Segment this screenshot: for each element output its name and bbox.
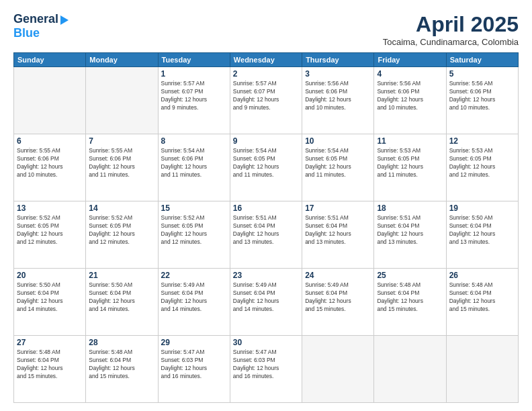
day-info: Sunrise: 5:48 AMSunset: 6:04 PMDaylight:… xyxy=(377,281,443,314)
day-info: Sunrise: 5:55 AMSunset: 6:06 PMDaylight:… xyxy=(17,147,83,179)
day-number: 27 xyxy=(17,338,83,347)
calendar-cell: 26Sunrise: 5:48 AMSunset: 6:04 PMDayligh… xyxy=(446,269,518,336)
day-number: 22 xyxy=(161,271,227,280)
calendar-cell: 10Sunrise: 5:54 AMSunset: 6:05 PMDayligh… xyxy=(302,134,374,201)
calendar-table: Sunday Monday Tuesday Wednesday Thursday… xyxy=(13,52,519,403)
col-sunday: Sunday xyxy=(14,53,86,67)
day-info: Sunrise: 5:54 AMSunset: 6:06 PMDaylight:… xyxy=(161,147,227,179)
day-info: Sunrise: 5:52 AMSunset: 6:05 PMDaylight:… xyxy=(17,214,83,246)
header: General Blue April 2025 Tocaima, Cundina… xyxy=(13,12,519,47)
calendar-cell: 21Sunrise: 5:50 AMSunset: 6:04 PMDayligh… xyxy=(86,269,158,336)
calendar-cell: 14Sunrise: 5:52 AMSunset: 6:05 PMDayligh… xyxy=(86,201,158,269)
logo-blue-text: Blue xyxy=(13,26,40,40)
calendar-cell: 15Sunrise: 5:52 AMSunset: 6:05 PMDayligh… xyxy=(158,201,230,269)
day-info: Sunrise: 5:53 AMSunset: 6:05 PMDaylight:… xyxy=(377,147,443,179)
day-info: Sunrise: 5:49 AMSunset: 6:04 PMDaylight:… xyxy=(305,281,371,314)
day-info: Sunrise: 5:56 AMSunset: 6:06 PMDaylight:… xyxy=(305,80,371,112)
col-monday: Monday xyxy=(86,53,158,67)
calendar-week-row: 13Sunrise: 5:52 AMSunset: 6:05 PMDayligh… xyxy=(14,201,519,269)
day-info: Sunrise: 5:57 AMSunset: 6:07 PMDaylight:… xyxy=(161,80,227,112)
day-number: 23 xyxy=(233,271,299,280)
day-number: 3 xyxy=(305,69,371,79)
day-number: 19 xyxy=(449,203,515,213)
day-info: Sunrise: 5:47 AMSunset: 6:03 PMDaylight:… xyxy=(233,349,299,381)
day-info: Sunrise: 5:51 AMSunset: 6:04 PMDaylight:… xyxy=(305,214,371,246)
day-number: 20 xyxy=(17,271,83,280)
calendar-cell: 13Sunrise: 5:52 AMSunset: 6:05 PMDayligh… xyxy=(14,201,86,269)
calendar-cell: 30Sunrise: 5:47 AMSunset: 6:03 PMDayligh… xyxy=(230,336,302,403)
day-number: 17 xyxy=(305,203,371,213)
day-number: 5 xyxy=(449,69,515,79)
day-number: 12 xyxy=(449,136,515,146)
month-title: April 2025 xyxy=(383,12,519,37)
location: Tocaima, Cundinamarca, Colombia xyxy=(383,37,519,47)
day-info: Sunrise: 5:50 AMSunset: 6:04 PMDaylight:… xyxy=(17,281,83,314)
day-number: 4 xyxy=(377,69,443,79)
col-wednesday: Wednesday xyxy=(230,53,302,67)
calendar-cell: 24Sunrise: 5:49 AMSunset: 6:04 PMDayligh… xyxy=(302,269,374,336)
calendar-cell xyxy=(374,336,446,403)
calendar-cell: 3Sunrise: 5:56 AMSunset: 6:06 PMDaylight… xyxy=(302,67,374,134)
calendar-cell: 23Sunrise: 5:49 AMSunset: 6:04 PMDayligh… xyxy=(230,269,302,336)
calendar-week-row: 1Sunrise: 5:57 AMSunset: 6:07 PMDaylight… xyxy=(14,67,519,134)
day-info: Sunrise: 5:53 AMSunset: 6:05 PMDaylight:… xyxy=(449,147,515,179)
day-info: Sunrise: 5:48 AMSunset: 6:04 PMDaylight:… xyxy=(449,281,515,314)
col-saturday: Saturday xyxy=(446,53,518,67)
day-info: Sunrise: 5:48 AMSunset: 6:04 PMDaylight:… xyxy=(89,349,154,381)
day-number: 2 xyxy=(233,69,299,79)
day-info: Sunrise: 5:54 AMSunset: 6:05 PMDaylight:… xyxy=(233,147,299,179)
calendar-cell: 2Sunrise: 5:57 AMSunset: 6:07 PMDaylight… xyxy=(230,67,302,134)
calendar-cell: 4Sunrise: 5:56 AMSunset: 6:06 PMDaylight… xyxy=(374,67,446,134)
day-info: Sunrise: 5:56 AMSunset: 6:06 PMDaylight:… xyxy=(377,80,443,112)
day-number: 15 xyxy=(161,203,227,213)
calendar-cell: 7Sunrise: 5:55 AMSunset: 6:06 PMDaylight… xyxy=(86,134,158,201)
day-info: Sunrise: 5:50 AMSunset: 6:04 PMDaylight:… xyxy=(89,281,154,314)
day-number: 16 xyxy=(233,203,299,213)
day-info: Sunrise: 5:52 AMSunset: 6:05 PMDaylight:… xyxy=(89,214,154,246)
col-friday: Friday xyxy=(374,53,446,67)
day-number: 1 xyxy=(161,69,227,79)
calendar-cell: 29Sunrise: 5:47 AMSunset: 6:03 PMDayligh… xyxy=(158,336,230,403)
calendar-week-row: 27Sunrise: 5:48 AMSunset: 6:04 PMDayligh… xyxy=(14,336,519,403)
day-number: 8 xyxy=(161,136,227,146)
day-info: Sunrise: 5:47 AMSunset: 6:03 PMDaylight:… xyxy=(161,349,227,381)
calendar-cell: 8Sunrise: 5:54 AMSunset: 6:06 PMDaylight… xyxy=(158,134,230,201)
day-info: Sunrise: 5:49 AMSunset: 6:04 PMDaylight:… xyxy=(233,281,299,314)
calendar-cell: 1Sunrise: 5:57 AMSunset: 6:07 PMDaylight… xyxy=(158,67,230,134)
calendar-cell: 28Sunrise: 5:48 AMSunset: 6:04 PMDayligh… xyxy=(86,336,158,403)
day-number: 10 xyxy=(305,136,371,146)
calendar-cell: 20Sunrise: 5:50 AMSunset: 6:04 PMDayligh… xyxy=(14,269,86,336)
day-info: Sunrise: 5:51 AMSunset: 6:04 PMDaylight:… xyxy=(377,214,443,246)
calendar-cell xyxy=(86,67,158,134)
logo: General Blue xyxy=(13,12,69,40)
calendar-cell: 5Sunrise: 5:56 AMSunset: 6:06 PMDaylight… xyxy=(446,67,518,134)
day-info: Sunrise: 5:51 AMSunset: 6:04 PMDaylight:… xyxy=(233,214,299,246)
calendar-cell: 12Sunrise: 5:53 AMSunset: 6:05 PMDayligh… xyxy=(446,134,518,201)
calendar-cell xyxy=(446,336,518,403)
day-number: 21 xyxy=(89,271,154,280)
col-thursday: Thursday xyxy=(302,53,374,67)
day-number: 9 xyxy=(233,136,299,146)
page: General Blue April 2025 Tocaima, Cundina… xyxy=(0,0,532,411)
col-tuesday: Tuesday xyxy=(158,53,230,67)
calendar-week-row: 6Sunrise: 5:55 AMSunset: 6:06 PMDaylight… xyxy=(14,134,519,201)
calendar-cell: 16Sunrise: 5:51 AMSunset: 6:04 PMDayligh… xyxy=(230,201,302,269)
day-info: Sunrise: 5:49 AMSunset: 6:04 PMDaylight:… xyxy=(161,281,227,314)
day-number: 30 xyxy=(233,338,299,347)
day-number: 25 xyxy=(377,271,443,280)
day-info: Sunrise: 5:52 AMSunset: 6:05 PMDaylight:… xyxy=(161,214,227,246)
day-info: Sunrise: 5:57 AMSunset: 6:07 PMDaylight:… xyxy=(233,80,299,112)
calendar-week-row: 20Sunrise: 5:50 AMSunset: 6:04 PMDayligh… xyxy=(14,269,519,336)
calendar-cell: 18Sunrise: 5:51 AMSunset: 6:04 PMDayligh… xyxy=(374,201,446,269)
day-info: Sunrise: 5:54 AMSunset: 6:05 PMDaylight:… xyxy=(305,147,371,179)
calendar-cell: 17Sunrise: 5:51 AMSunset: 6:04 PMDayligh… xyxy=(302,201,374,269)
day-info: Sunrise: 5:48 AMSunset: 6:04 PMDaylight:… xyxy=(17,349,83,381)
calendar-cell: 11Sunrise: 5:53 AMSunset: 6:05 PMDayligh… xyxy=(374,134,446,201)
day-number: 14 xyxy=(89,203,154,213)
day-number: 7 xyxy=(89,136,154,146)
day-number: 29 xyxy=(161,338,227,347)
calendar-cell: 22Sunrise: 5:49 AMSunset: 6:04 PMDayligh… xyxy=(158,269,230,336)
day-info: Sunrise: 5:50 AMSunset: 6:04 PMDaylight:… xyxy=(449,214,515,246)
day-number: 18 xyxy=(377,203,443,213)
day-number: 28 xyxy=(89,338,154,347)
